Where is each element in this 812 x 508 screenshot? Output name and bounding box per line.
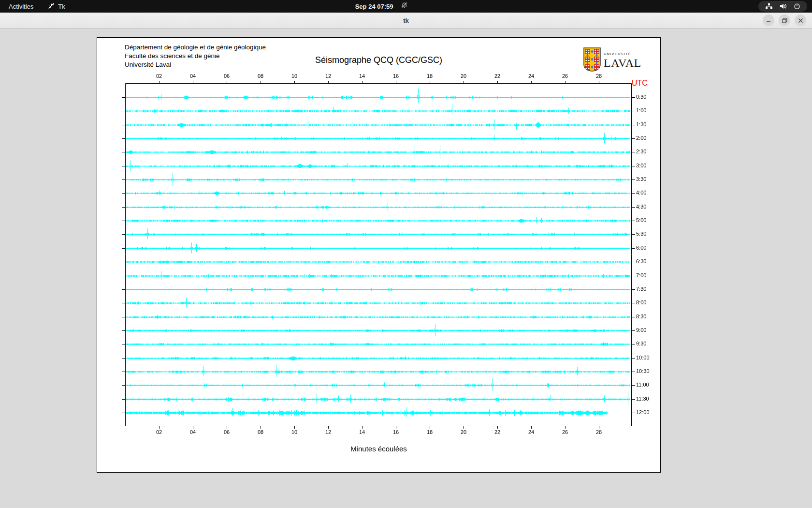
minimize-button[interactable] [763,15,774,26]
x-axis-label: Minutes écoulées [97,445,660,453]
x-tick-label-bottom: 06 [220,429,233,435]
x-tick-label-bottom: 28 [593,429,605,435]
x-tick-label-bottom: 20 [457,429,470,435]
bell-slash-icon [401,2,408,11]
utc-tick-label: 3:00 [636,163,646,168]
x-tick-label-bottom: 14 [356,429,368,435]
app-indicator-tk[interactable]: Tk [42,0,71,13]
x-tick-label-bottom: 16 [390,429,402,435]
utc-tick-label: 2:00 [636,135,646,141]
restore-button[interactable] [779,15,790,26]
x-tick-label-top: 26 [559,73,571,79]
top-bar: Activities Tk Sep 24 07:59 [0,0,812,13]
activities-button[interactable]: Activities [0,0,42,13]
clock-label: Sep 24 07:59 [355,3,393,10]
x-tick-label-bottom: 04 [187,429,199,435]
app-indicator-label: Tk [58,3,65,10]
x-tick-label-bottom: 08 [254,429,267,435]
x-tick-label-bottom: 22 [491,429,504,435]
utc-tick-label: 5:30 [636,231,646,237]
utc-tick-label: 9:30 [636,341,646,346]
x-tick-label-top: 28 [593,73,605,79]
activities-label: Activities [9,3,33,10]
network-wired-icon [765,3,773,10]
utc-tick-label: 2:30 [636,149,646,154]
plot-canvas [97,38,660,472]
x-tick-label-bottom: 24 [525,429,537,435]
utc-tick-label: 1:00 [636,107,646,113]
x-tick-label-bottom: 12 [322,429,334,435]
x-tick-label-top: 14 [356,73,368,79]
minimize-icon [766,18,771,23]
system-tray[interactable] [758,1,807,12]
x-tick-label-top: 04 [187,73,199,79]
utc-tick-label: 6:00 [636,245,646,251]
utc-tick-label: 10:00 [636,355,650,360]
x-tick-label-top: 08 [254,73,267,79]
x-tick-label-top: 18 [423,73,436,79]
utc-tick-label: 10:30 [636,368,650,374]
window-title: tk [403,17,409,24]
close-button[interactable] [795,15,806,26]
x-tick-label-top: 22 [491,73,504,79]
close-icon [798,18,803,23]
tk-feather-icon [48,2,55,11]
power-icon [794,3,800,10]
x-tick-label-top: 06 [220,73,233,79]
utc-tick-label: 1:30 [636,121,646,127]
utc-tick-label: 4:30 [636,204,646,209]
utc-tick-label: 4:00 [636,190,646,195]
utc-tick-label: 7:00 [636,272,646,278]
x-tick-label-top: 10 [288,73,301,79]
x-tick-label-top: 02 [153,73,165,79]
x-tick-label-top: 24 [525,73,537,79]
utc-tick-label: 11:00 [636,382,649,388]
x-tick-label-bottom: 02 [153,429,165,435]
utc-tick-label: 12:00 [636,409,650,415]
utc-tick-label: 5:00 [636,217,646,223]
utc-tick-label: 8:00 [636,299,646,305]
x-tick-label-top: 12 [322,73,334,79]
utc-tick-label: 11:30 [636,396,649,402]
x-tick-label-top: 16 [390,73,402,79]
x-tick-label-bottom: 10 [288,429,301,435]
clock-button[interactable]: Sep 24 07:59 [355,0,408,13]
window-content: Département de géologie et de génie géol… [0,29,812,508]
utc-tick-label: 9:00 [636,327,646,333]
window-controls [763,15,806,26]
restore-icon [782,18,787,23]
x-tick-label-bottom: 26 [559,429,571,435]
x-tick-label-bottom: 18 [423,429,436,435]
volume-icon [780,3,787,10]
plot-page: Département de géologie et de génie géol… [97,37,661,473]
titlebar[interactable]: tk [0,13,812,29]
utc-tick-label: 8:30 [636,314,646,319]
utc-tick-label: 6:30 [636,258,646,264]
utc-tick-label: 0:30 [636,94,646,100]
x-tick-label-top: 20 [457,73,470,79]
utc-tick-label: 3:30 [636,176,646,182]
utc-tick-label: 7:30 [636,286,646,292]
